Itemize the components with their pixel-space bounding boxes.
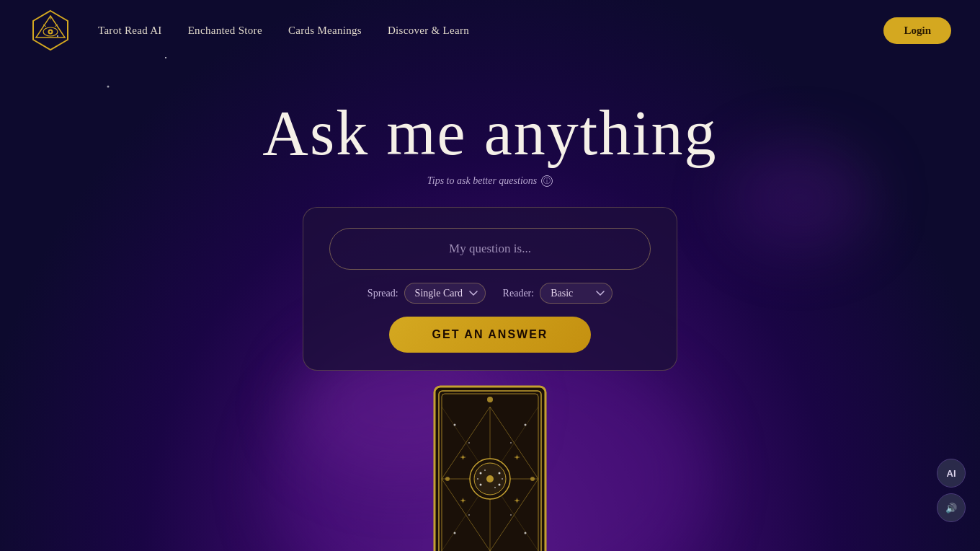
card-container (0, 385, 980, 551)
selectors-row: Spread: Single Card Three Cards Celtic C… (368, 283, 612, 304)
svg-point-93 (454, 532, 456, 534)
svg-point-86 (499, 484, 501, 486)
nav-link-store[interactable]: Enchanted Store (188, 25, 262, 36)
svg-point-92 (525, 424, 527, 426)
svg-point-88 (494, 487, 496, 488)
logo[interactable] (29, 9, 72, 52)
svg-point-84 (499, 472, 501, 475)
nav-item-tarot[interactable]: Tarot Read AI (98, 24, 162, 37)
svg-point-82 (486, 475, 494, 482)
info-icon[interactable]: ⓘ (541, 175, 553, 187)
nav-links: Tarot Read AI Enchanted Store Cards Mean… (98, 24, 469, 37)
question-input[interactable] (329, 228, 651, 270)
spread-dropdown[interactable]: Single Card Three Cards Celtic Cross (404, 283, 486, 304)
svg-point-94 (525, 532, 527, 534)
svg-point-87 (484, 470, 486, 471)
svg-point-89 (477, 478, 478, 480)
sound-icon: 🔊 (945, 503, 957, 513)
svg-point-65 (50, 31, 52, 33)
nav-item-store[interactable]: Enchanted Store (188, 24, 262, 37)
spread-label: Spread: (368, 288, 398, 299)
svg-point-83 (480, 472, 482, 475)
login-button[interactable]: Login (883, 17, 951, 44)
reader-dropdown[interactable]: Basic Advanced Expert (540, 283, 612, 304)
nav-link-cards[interactable]: Cards Meanings (288, 25, 362, 36)
sound-floating-button[interactable]: 🔊 (937, 493, 966, 522)
main-content: Ask me anything Tips to ask better quest… (0, 61, 980, 371)
svg-point-102 (530, 477, 535, 481)
svg-point-85 (480, 484, 482, 486)
reader-group: Reader: Basic Advanced Expert (503, 283, 613, 304)
svg-point-95 (468, 442, 470, 444)
svg-point-99 (487, 397, 493, 402)
navbar: Tarot Read AI Enchanted Store Cards Mean… (0, 0, 980, 61)
subtitle-text: Tips to ask better questions (427, 175, 537, 187)
nav-item-cards[interactable]: Cards Meanings (288, 24, 362, 37)
reader-label: Reader: (503, 288, 535, 299)
floating-buttons: AI 🔊 (937, 459, 966, 522)
nav-left: Tarot Read AI Enchanted Store Cards Mean… (29, 9, 469, 52)
tarot-card-image (433, 385, 547, 551)
get-answer-button[interactable]: GET AN ANSWER (389, 317, 592, 353)
svg-point-98 (510, 514, 512, 516)
subtitle-row: Tips to ask better questions ⓘ (427, 175, 553, 187)
nav-link-discover[interactable]: Discover & Learn (388, 25, 469, 36)
nav-item-discover[interactable]: Discover & Learn (388, 24, 469, 37)
nav-link-tarot[interactable]: Tarot Read AI (98, 25, 162, 36)
svg-point-97 (468, 514, 470, 516)
hero-title: Ask me anything (262, 100, 717, 167)
input-section: Spread: Single Card Three Cards Celtic C… (303, 207, 677, 371)
svg-point-91 (454, 424, 456, 426)
ai-floating-button[interactable]: AI (937, 459, 966, 488)
svg-point-101 (445, 477, 450, 481)
svg-point-96 (510, 442, 512, 444)
svg-point-90 (502, 478, 503, 480)
spread-group: Spread: Single Card Three Cards Celtic C… (368, 283, 486, 304)
